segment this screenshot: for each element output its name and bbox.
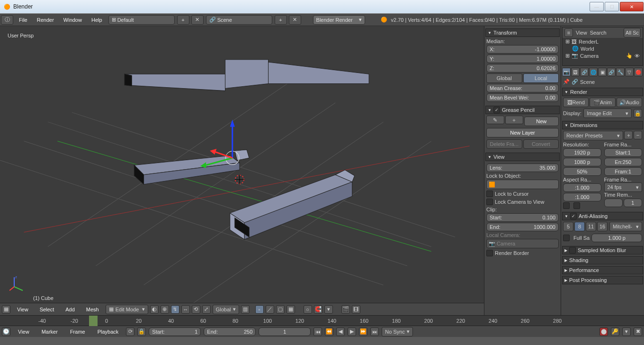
clip-end-field[interactable]: End:1000.000 (486, 223, 559, 231)
time-remap-new[interactable]: 1 (624, 199, 642, 207)
aa-16-button[interactable]: 16 (597, 222, 608, 231)
insert-key-icon[interactable]: ▾ (622, 327, 631, 336)
aa-5-button[interactable]: 5 (563, 222, 573, 231)
3dview-menu-view[interactable]: View (12, 303, 33, 316)
render-anim-button[interactable]: 🎬Anim (590, 98, 615, 107)
tab-scene-icon[interactable]: 🔗 (580, 68, 589, 76)
render-panel-header[interactable]: ▼Render (562, 88, 643, 96)
scene-selector[interactable]: 🔗 Scene (206, 15, 272, 25)
restrict-select-icon[interactable]: 👆 (626, 53, 633, 59)
restrict-view-icon[interactable]: 👁 (635, 53, 640, 59)
lock-ui-icon[interactable]: 🔒 (634, 109, 642, 118)
shading-mode-icon[interactable]: ◐ (150, 305, 159, 314)
keyframe-prev-icon[interactable]: ⏪ (325, 327, 333, 336)
layers-icon[interactable]: ▥ (241, 305, 250, 314)
delete-key-icon[interactable]: ✖ (634, 327, 642, 336)
menu-help[interactable]: Help (87, 14, 107, 26)
sel-vertex-icon[interactable]: ▫ (255, 305, 264, 314)
jump-start-icon[interactable]: ⏮ (313, 327, 322, 336)
editor-type-icon[interactable]: ⓘ (1, 15, 13, 25)
delete-layout-button[interactable]: ✕ (191, 15, 204, 25)
grease-pencil-header[interactable]: ▼✓Grease Pencil (485, 106, 560, 114)
time-remap-old[interactable] (604, 199, 623, 207)
3dview-menu-select[interactable]: Select (35, 303, 59, 316)
tab-render-icon[interactable]: 📷 (562, 68, 571, 76)
3d-viewport[interactable]: User Persp (1) Cube z ▦ View Select Add … (0, 26, 484, 315)
space-local-toggle[interactable]: Local (523, 73, 559, 83)
post-processing-header[interactable]: ▶Post Processing (562, 276, 643, 284)
tl-end-field[interactable]: End:250 (204, 327, 256, 336)
anti-aliasing-header[interactable]: ▼✓Anti-Aliasing (562, 212, 643, 220)
sel-edge-icon[interactable]: ／ (266, 305, 274, 314)
tl-current-field[interactable]: 1 (259, 327, 311, 336)
editor-type-3dview-icon[interactable]: ▦ (2, 305, 10, 314)
pivot-icon[interactable]: ⊕ (161, 305, 169, 314)
3dview-menu-add[interactable]: Add (61, 303, 80, 316)
res-y-field[interactable]: 1080 p (563, 158, 601, 166)
screen-layout-selector[interactable]: ⊞ Default (108, 15, 175, 25)
pin-icon[interactable]: 📌 (563, 79, 570, 85)
menu-file[interactable]: File (14, 14, 32, 26)
outliner-item-renderlayers[interactable]: ⊞🖼RenderL (563, 38, 643, 45)
add-scene-button[interactable]: + (275, 15, 287, 25)
aspect-y-field[interactable]: :1.000 (563, 193, 601, 201)
tab-modifiers-icon[interactable]: 🔧 (616, 68, 625, 76)
prop-edit-icon[interactable]: ○ (304, 305, 312, 314)
render-preview-icon[interactable]: 🎬 (341, 305, 350, 314)
render-engine-selector[interactable]: Blender Render▾ (313, 15, 365, 25)
sel-face-icon[interactable]: ▢ (276, 305, 285, 314)
shading-header[interactable]: ▶Shading (562, 256, 643, 264)
aa-11-button[interactable]: 11 (586, 222, 596, 231)
res-x-field[interactable]: 1920 p (563, 148, 601, 157)
median-z-field[interactable]: Z:0.62026 (486, 64, 559, 73)
res-pct-field[interactable]: 50% (563, 167, 601, 176)
aa-8-button[interactable]: 8 (574, 222, 585, 231)
frame-start-field[interactable]: Start:1 (604, 148, 643, 157)
render-presets-selector[interactable]: Render Presets▾ (563, 131, 623, 140)
keyframe-next-icon[interactable]: ⏩ (359, 327, 367, 336)
border-checkbox[interactable] (563, 202, 570, 209)
record-icon[interactable]: ⬤ (599, 327, 608, 336)
gp-new-button[interactable]: New (524, 117, 559, 126)
mode-selector[interactable]: ▦Edit Mode▾ (106, 305, 148, 314)
tab-renderlayer-icon[interactable]: 🖼 (571, 68, 580, 76)
tab-world-icon[interactable]: 🌐 (589, 68, 598, 76)
limit-sel-icon[interactable]: ▦ (286, 305, 295, 314)
snap-target-icon[interactable]: ▾ (324, 305, 333, 314)
render-audio-button[interactable]: 🔊Audio (617, 98, 642, 107)
3dview-menu-mesh[interactable]: Mesh (81, 303, 104, 316)
maximize-button[interactable]: ☐ (605, 2, 619, 11)
render-image-button[interactable]: 🖼Rend (563, 98, 589, 107)
lock-cursor-checkbox[interactable] (486, 191, 493, 197)
gp-new-layer-button[interactable]: New Layer (486, 128, 559, 137)
mean-bevel-field[interactable]: Mean Bevel Wei:0.00 (486, 93, 559, 102)
manip-scale-icon[interactable]: ⤢ (202, 305, 211, 314)
delete-scene-button[interactable]: ✕ (289, 15, 301, 25)
lock-object-selector[interactable]: 🟧 (486, 180, 559, 189)
menu-render[interactable]: Render (32, 14, 59, 26)
space-global-toggle[interactable]: Global (486, 73, 522, 83)
tab-data-icon[interactable]: ▽ (625, 68, 634, 76)
median-y-field[interactable]: Y:1.00000 (486, 54, 559, 63)
aspect-x-field[interactable]: :1.000 (563, 183, 601, 192)
local-camera-selector[interactable]: 📷 Camera (486, 239, 559, 248)
keying-set-icon[interactable]: 🔑 (611, 327, 619, 336)
snap-icon[interactable]: 🧲 (314, 305, 322, 314)
aa-filter-selector[interactable]: Mitchell-▾ (609, 222, 642, 231)
outliner-search-menu[interactable]: Search (590, 30, 607, 36)
timeline-area[interactable]: -40 -20 0 20 40 60 80 100 120 140 160 18… (0, 315, 644, 326)
gp-draw-icon[interactable]: ✎ (486, 116, 504, 124)
clap-icon[interactable]: 🎞 (352, 305, 360, 314)
lens-field[interactable]: Lens:35.000 (486, 163, 559, 172)
median-x-field[interactable]: X:-1.00000 (486, 45, 559, 54)
frame-step-field[interactable]: Fram:1 (604, 167, 643, 176)
outliner-item-camera[interactable]: ⊞📷Camera👆👁 (563, 52, 643, 59)
gp-add-icon[interactable]: ＋ (505, 116, 523, 124)
view-panel-header[interactable]: ▼View (485, 153, 560, 161)
minimize-button[interactable]: — (590, 2, 604, 11)
play-icon[interactable]: ▶ (348, 327, 356, 336)
tab-object-icon[interactable]: ▣ (598, 68, 607, 76)
close-button[interactable]: ✕ (620, 2, 644, 11)
add-layout-button[interactable]: + (177, 15, 189, 25)
menu-window[interactable]: Window (59, 14, 87, 26)
